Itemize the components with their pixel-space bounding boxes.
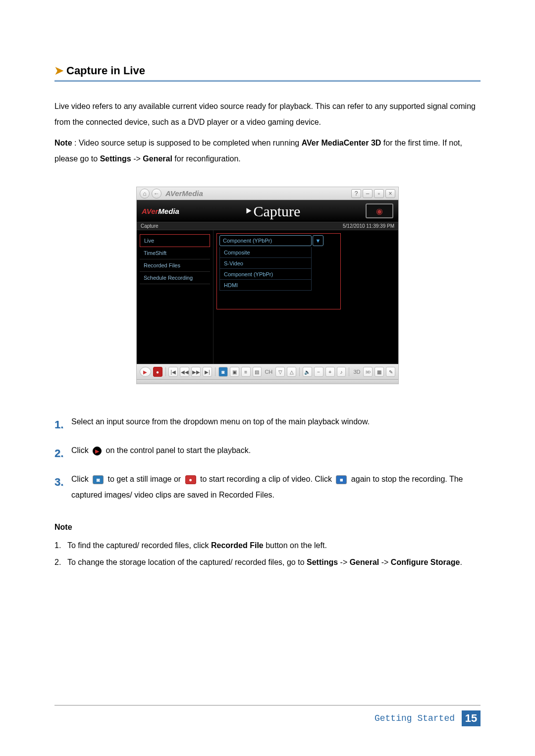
3d-mode-icon[interactable]: 3D: [363, 367, 373, 377]
3d-label: 3D: [352, 369, 361, 375]
note-paragraph: Note : Video source setup is supposed to…: [54, 135, 481, 167]
skip-forward-icon[interactable]: ▶|: [203, 367, 212, 377]
screenshot-container: ⌂ ← AVerMedia ? – ▫ × AVerMedia ‣Capture…: [54, 187, 481, 384]
titlebar-brand: AVerMedia: [165, 189, 203, 198]
section-heading: ➤ Capture in Live: [54, 64, 481, 82]
rewind-icon[interactable]: ◀◀: [180, 367, 189, 377]
dropdown-toggle-icon[interactable]: ▼: [313, 235, 323, 246]
logo: AVerMedia: [142, 207, 179, 215]
note-item-1: 1. To find the captured/ recorded files,…: [54, 538, 481, 554]
step-3: 3. Click ◙ to get a still image or ● to …: [54, 471, 481, 503]
3d-tweak-icon[interactable]: ✎: [386, 367, 395, 377]
app-window: ⌂ ← AVerMedia ? – ▫ × AVerMedia ‣Capture…: [136, 187, 399, 384]
titlebar: ⌂ ← AVerMedia ? – ▫ ×: [137, 187, 398, 200]
heading-arrow-icon: ➤: [54, 64, 63, 77]
3d-settings-icon[interactable]: ▦: [374, 367, 384, 377]
sidebar-item-schedule-recording[interactable]: Schedule Recording: [140, 272, 210, 284]
audio-icon[interactable]: ♪: [337, 367, 346, 377]
skip-back-icon[interactable]: |◀: [168, 367, 178, 377]
home-icon[interactable]: ⌂: [140, 189, 150, 199]
sidebar: Live TimeShift Recorded Files Schedule R…: [137, 230, 214, 364]
pip-icon[interactable]: ▣: [230, 367, 239, 377]
play-icon: ▶: [93, 447, 102, 455]
sidebar-item-timeshift[interactable]: TimeShift: [140, 247, 210, 259]
forward-icon[interactable]: ▶▶: [191, 367, 201, 377]
dropdown-option-hdmi[interactable]: HDMI: [220, 280, 311, 291]
snapshot-button[interactable]: ◙: [218, 367, 228, 377]
heading-text: Capture in Live: [66, 64, 145, 77]
step-number: 1.: [54, 414, 71, 436]
timestamp: 5/12/2010 11:39:39 PM: [343, 223, 394, 229]
channel-label: CH: [264, 369, 273, 375]
breadcrumb-bar: Capture 5/12/2010 11:39:39 PM: [137, 222, 398, 230]
steps-list: 1. Select an input source from the dropd…: [54, 414, 481, 503]
record-icon: ●: [185, 475, 196, 484]
step-number: 3.: [54, 471, 71, 493]
channel-up-icon[interactable]: △: [287, 367, 296, 377]
minimize-icon[interactable]: –: [363, 189, 373, 198]
control-panel: ▶ ● |◀ ◀◀ ▶▶ ▶| ◙ ▣ ≡ ▤ CH ▽ △ 🔈 − + ♪ 3…: [137, 364, 398, 380]
close-icon[interactable]: ×: [385, 189, 395, 198]
sidebar-item-recorded-files[interactable]: Recorded Files: [140, 259, 210, 272]
sidebar-item-live[interactable]: Live: [140, 234, 210, 247]
maximize-icon[interactable]: ▫: [374, 189, 384, 198]
app-header: AVerMedia ‣Capture ◉: [137, 200, 398, 222]
step-number: 2.: [54, 443, 71, 464]
note-item-2: 2. To change the storage location of the…: [54, 554, 481, 570]
dropdown-option-component[interactable]: Component (YPbPr): [220, 269, 311, 280]
breadcrumb: Capture: [141, 223, 159, 229]
input-source-dropdown[interactable]: Component (YPbPr): [219, 235, 312, 246]
notes-heading: Note: [54, 523, 481, 532]
step-2: 2. Click ▶ on the control panel to start…: [54, 443, 481, 464]
mute-icon[interactable]: 🔈: [303, 367, 312, 377]
main-playback-area: Component (YPbPr) ▼ Composite S-Video Co…: [214, 230, 398, 364]
play-button[interactable]: ▶: [140, 367, 151, 377]
camera-icon: ◙: [93, 475, 104, 484]
page-title: ‣Capture: [244, 202, 300, 220]
stop-icon: ■: [336, 475, 347, 484]
notes-list: 1. To find the captured/ recorded files,…: [54, 538, 481, 570]
help-icon[interactable]: ?: [351, 189, 361, 198]
channel-down-icon[interactable]: ▽: [275, 367, 285, 377]
preview-thumbnail: ◉: [366, 203, 393, 218]
resize-grip[interactable]: [137, 380, 398, 384]
dropdown-option-composite[interactable]: Composite: [220, 247, 311, 258]
dropdown-list: Composite S-Video Component (YPbPr) HDMI: [219, 247, 312, 291]
dropdown-option-svideo[interactable]: S-Video: [220, 258, 311, 269]
intro-paragraph: Live video refers to any available curre…: [54, 99, 481, 130]
epg-icon[interactable]: ▤: [253, 367, 262, 377]
page-footer: Getting Started 15: [54, 705, 481, 726]
footer-section: Getting Started: [374, 713, 455, 723]
volume-down-icon[interactable]: −: [314, 367, 323, 377]
back-icon[interactable]: ←: [152, 189, 161, 199]
app-body: Live TimeShift Recorded Files Schedule R…: [137, 230, 398, 364]
note-label: Note: [54, 139, 72, 147]
teletext-icon[interactable]: ≡: [241, 367, 251, 377]
volume-up-icon[interactable]: +: [325, 367, 335, 377]
step-1: 1. Select an input source from the dropd…: [54, 414, 481, 436]
record-button[interactable]: ●: [153, 367, 162, 377]
footer-page-number: 15: [462, 710, 481, 726]
